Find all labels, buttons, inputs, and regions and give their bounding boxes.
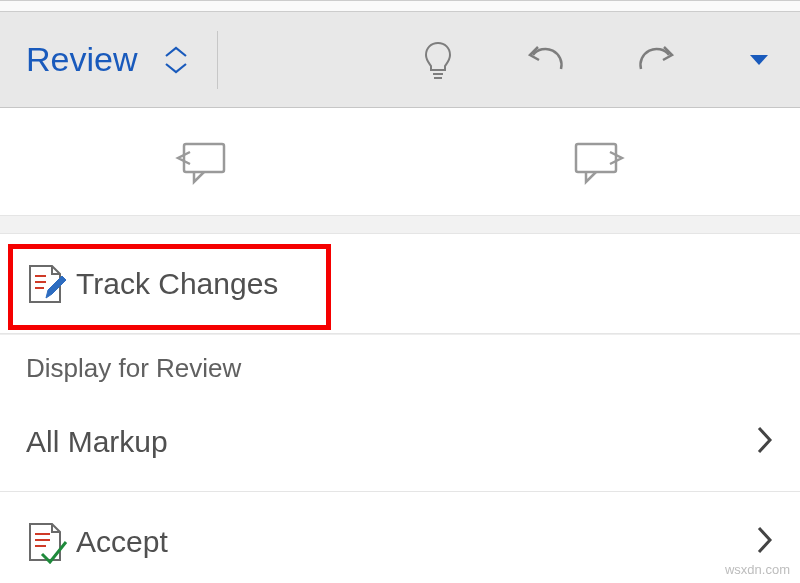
redo-icon: [636, 43, 678, 77]
svg-rect-3: [184, 144, 224, 172]
previous-comment-icon: [170, 138, 230, 186]
track-changes-item[interactable]: Track Changes: [0, 234, 800, 334]
ribbon-tab-selector[interactable]: Review: [10, 40, 189, 79]
accept-icon: [26, 520, 76, 564]
watermark: wsxdn.com: [725, 562, 790, 577]
all-markup-item[interactable]: All Markup: [0, 392, 800, 492]
svg-marker-2: [750, 55, 768, 65]
undo-icon: [524, 43, 566, 77]
dropdown-triangle-icon: [748, 53, 770, 67]
undo-button[interactable]: [524, 43, 566, 77]
previous-comment-button[interactable]: [0, 108, 400, 215]
track-changes-icon: [26, 262, 76, 306]
chevron-up-down-icon: [163, 46, 189, 74]
chevron-right-icon: [756, 525, 774, 559]
ribbon-tab-label: Review: [26, 40, 137, 79]
all-markup-label: All Markup: [26, 425, 756, 459]
tell-me-button[interactable]: [422, 40, 454, 80]
chevron-right-icon: [756, 425, 774, 459]
track-changes-label: Track Changes: [76, 267, 774, 301]
next-comment-button[interactable]: [400, 108, 800, 215]
display-for-review-header: Display for Review: [0, 335, 800, 392]
top-thin-bar: [0, 0, 800, 12]
redo-button[interactable]: [636, 43, 678, 77]
comment-nav-row: [0, 108, 800, 216]
more-button[interactable]: [748, 53, 770, 67]
accept-label: Accept: [76, 525, 756, 559]
toolbar-divider: [217, 31, 218, 89]
svg-rect-4: [576, 144, 616, 172]
accept-item[interactable]: Accept: [0, 492, 800, 583]
lightbulb-icon: [422, 40, 454, 80]
next-comment-icon: [570, 138, 630, 186]
toolbar-actions: [422, 40, 790, 80]
section-spacer: [0, 216, 800, 234]
toolbar: Review: [0, 12, 800, 108]
